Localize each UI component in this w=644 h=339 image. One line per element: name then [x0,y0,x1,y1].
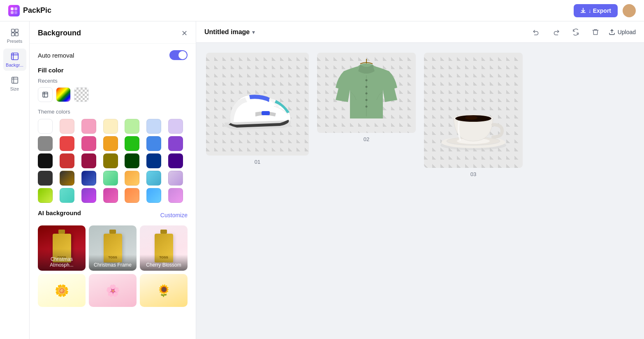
color-swatch-black[interactable] [38,153,53,168]
canvas-title: Untitled image [204,28,250,36]
theme-colors-label: Theme colors [38,109,188,115]
export-button[interactable]: ↓ Export [574,4,618,17]
color-swatch-white[interactable] [38,119,53,134]
color-swatch-dark-gray[interactable] [38,171,53,186]
svg-rect-5 [15,29,18,32]
svg-rect-4 [11,29,14,32]
topbar-right: ↓ Export [574,4,636,17]
upload-button[interactable]: Upload [609,29,636,35]
image-label-01: 01 [255,159,260,165]
svg-rect-9 [12,77,18,84]
color-swatch-cyan-grad[interactable] [146,188,161,203]
color-swatch-sky[interactable] [146,171,161,186]
image-card-03: 03 [424,53,523,177]
color-swatch-pink-grad[interactable] [168,188,183,203]
svg-rect-0 [11,7,14,10]
color-swatch-red-med[interactable] [60,136,74,151]
shirt-image [327,59,405,127]
refresh-button[interactable] [569,26,582,39]
color-swatch-coral-grad[interactable] [125,188,139,203]
panel-title: Background [38,29,81,37]
color-swatch-pink-med[interactable] [81,119,96,134]
ai-cards-grid: TOSS Christmas Atmosph... TOSS Christmas… [38,225,188,271]
color-swatch-purple-light[interactable] [168,119,183,134]
svg-rect-11 [262,111,270,115]
color-swatch-dark-green[interactable] [125,153,139,168]
sidebar-label-background: Backgr... [6,63,23,67]
ai-card-xmas-frame-label: Christmas Frame [89,255,137,271]
color-swatch-violet-grad[interactable] [81,188,96,203]
color-swatch-peach[interactable] [125,171,139,186]
sidebar-item-background[interactable]: Backgr... [3,49,26,71]
color-swatch-red-dark[interactable] [60,153,74,168]
color-swatch-lime-grad[interactable] [38,188,53,203]
canvas-title-row: Untitled image ▾ [204,28,255,36]
image-frame-03[interactable] [424,53,523,168]
auto-removal-row: Auto removal [38,50,188,60]
canvas-title-dropdown[interactable]: ▾ [252,29,255,35]
undo-button[interactable] [530,26,543,39]
image-frame-02[interactable] [317,53,416,133]
transparent-swatch[interactable] [74,87,89,102]
svg-rect-8 [11,53,18,60]
svg-rect-3 [14,11,17,14]
svg-rect-7 [15,33,18,36]
color-swatch-green-light[interactable] [125,119,139,134]
color-swatch-purple-med[interactable] [168,136,183,151]
background-icon [10,52,19,61]
user-avatar[interactable] [623,4,636,17]
presets-icon [10,28,19,37]
rainbow-swatch[interactable] [56,87,71,102]
color-swatch-blue-light[interactable] [146,119,161,134]
sidebar-item-size[interactable]: Size [3,72,26,95]
image-label-02: 02 [364,136,369,142]
eyedropper-button[interactable] [38,87,53,102]
app-name: PackPic [23,6,51,15]
color-swatch-hot-pink[interactable] [81,136,96,151]
panel-header: Background ✕ [30,21,196,44]
color-swatch-navy[interactable] [146,153,161,168]
recents-label: Recents [38,78,188,84]
sidebar-item-presets[interactable]: Presets [3,25,26,47]
color-swatch-deep-blue[interactable] [81,171,96,186]
delete-button[interactable] [589,26,602,39]
color-swatch-fuchsia-grad[interactable] [103,188,118,203]
color-swatch-green-med[interactable] [125,136,139,151]
color-swatch-lavender[interactable] [168,171,183,186]
canvas-toolbar: Untitled image ▾ [196,21,644,43]
color-swatch-pink-light[interactable] [60,119,74,134]
image-frame-01[interactable] [206,53,309,156]
ai-card-xmas-atm-label: Christmas Atmosph... [38,249,86,271]
fill-color-label: Fill color [38,67,188,74]
color-swatch-dark-purple[interactable] [168,153,183,168]
ai-card-xmas-frame[interactable]: TOSS Christmas Frame [89,225,137,271]
color-swatch-yellow-light[interactable] [103,119,118,134]
canvas-area: Untitled image ▾ [196,21,644,339]
color-swatch-crimson[interactable] [81,153,96,168]
ai-card-cherry[interactable]: TOSS Cherry Blossom [140,225,188,271]
svg-rect-6 [11,33,14,36]
color-swatch-gray[interactable] [38,136,53,151]
ai-card-flowers-2[interactable]: 🌸 [89,274,137,307]
redo-button[interactable] [549,26,563,39]
svg-rect-1 [14,7,17,10]
customize-link[interactable]: Customize [160,212,188,218]
color-swatch-teal-grad[interactable] [60,188,74,203]
color-swatch-olive[interactable] [103,153,118,168]
color-swatch-orange[interactable] [103,136,118,151]
auto-removal-label: Auto removal [38,52,74,59]
color-swatch-gold[interactable] [60,171,74,186]
color-swatch-mint[interactable] [103,171,118,186]
image-card-01: 01 [206,53,309,177]
svg-point-18 [366,106,368,108]
ai-card-xmas-atm[interactable]: TOSS Christmas Atmosph... [38,225,86,271]
panel-close-button[interactable]: ✕ [181,30,188,37]
auto-removal-toggle[interactable] [169,50,188,60]
ai-card-flowers-1[interactable]: 🌼 [38,274,86,307]
svg-point-17 [366,99,368,101]
sidebar-label-size: Size [10,86,19,91]
ai-card-flowers-3[interactable]: 🌻 [140,274,188,307]
background-panel: Background ✕ Auto removal Fill color Rec… [30,21,196,339]
color-swatch-blue-med[interactable] [146,136,161,151]
recents-row [38,87,188,102]
